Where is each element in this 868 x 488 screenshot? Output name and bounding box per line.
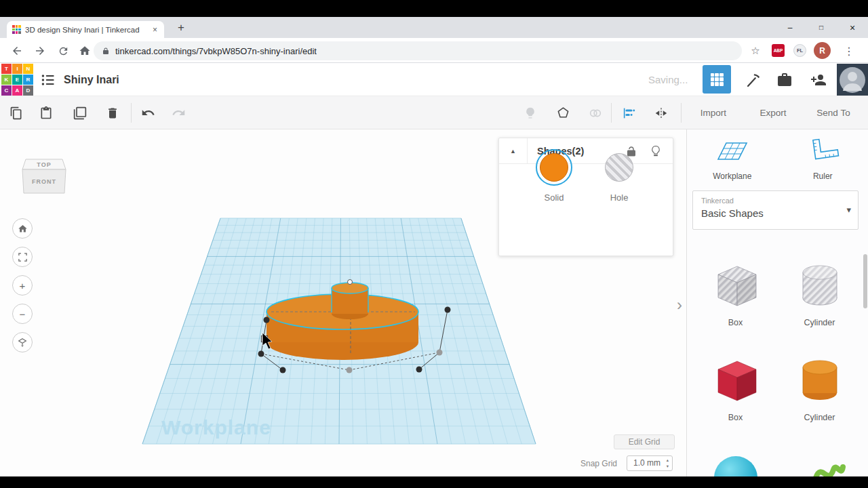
workplane-tool[interactable]: Workplane (687, 138, 778, 181)
window-close-button[interactable]: × (837, 17, 868, 38)
shape-item-cylinder-striped[interactable]: Cylinder (778, 241, 862, 336)
tinkercad-logo[interactable]: T I N K E R C A D (1, 64, 33, 96)
lock-icon (102, 47, 110, 55)
design-title: Shiny Inari (64, 63, 119, 96)
shape-item-cylinder-orange[interactable]: Cylinder (778, 336, 862, 430)
shape-gallery: Box Cylinder (687, 241, 868, 476)
striped-box-icon (710, 261, 762, 310)
tinkercad-favicon-icon (12, 25, 21, 34)
red-box-icon (710, 356, 762, 405)
blocks-pickaxe-icon[interactable] (743, 70, 764, 89)
snap-grid-value: 1.0 mm (633, 458, 660, 468)
import-button[interactable]: Import (689, 102, 738, 123)
workplane-tool-label: Workplane (687, 171, 778, 181)
home-button[interactable] (76, 42, 94, 60)
browser-window: 3D design Shiny Inari | Tinkercad × + – … (0, 17, 868, 476)
workplane-tool-icon (715, 138, 750, 165)
hole-label: Hole (592, 192, 646, 203)
shapes-sidebar: Workplane Ruler Tinkercad Basic Shapes ▾ (686, 129, 868, 476)
view-cube-top-label: TOP (37, 161, 51, 168)
briefcase-icon[interactable] (774, 70, 795, 89)
share-person-add-icon[interactable] (808, 70, 829, 89)
orange-cylinder-icon (794, 356, 846, 405)
shape-item-scribble-green[interactable] (778, 430, 862, 476)
hide-bulb-icon[interactable] (650, 145, 662, 160)
forward-button[interactable] (31, 42, 49, 60)
saving-status: Saving... (648, 63, 688, 96)
view-cube-front-label: FRONT (32, 178, 56, 185)
tinkercad-header: T I N K E R C A D Shiny Inari Saving... (0, 63, 868, 96)
mirror-flip-icon[interactable] (650, 102, 673, 124)
browser-menu-kebab-icon[interactable]: ⋮ (841, 42, 857, 60)
hole-swatch[interactable] (605, 153, 633, 182)
sidebar-scrollbar-thumb[interactable] (863, 254, 867, 308)
ruler-tool-icon (805, 138, 840, 165)
browser-tab[interactable]: 3D design Shiny Inari | Tinkercad × (7, 21, 164, 38)
shape-item-box-striped[interactable]: Box (694, 241, 778, 336)
align-icon[interactable] (617, 102, 640, 124)
home-view-button[interactable] (12, 218, 33, 239)
shape-item-sphere-teal[interactable] (694, 430, 778, 476)
shape-item-box-red[interactable]: Box (694, 336, 778, 430)
solid-option[interactable]: Solid (527, 149, 581, 203)
teal-sphere-icon (710, 451, 762, 476)
striped-cylinder-icon (794, 261, 846, 310)
shape-category-dropdown[interactable]: Tinkercad Basic Shapes ▾ (692, 190, 859, 230)
tab-close-icon[interactable]: × (151, 25, 159, 35)
fit-view-button[interactable] (12, 247, 33, 267)
paste-icon[interactable] (35, 102, 58, 124)
minimize-button[interactable]: – (774, 17, 806, 38)
adblock-extension-icon[interactable]: ABP (772, 44, 785, 57)
switch-workplane-button[interactable] (12, 332, 33, 352)
edit-grid-button[interactable]: Edit Grid (614, 434, 675, 449)
browser-profile-avatar[interactable]: R (814, 42, 831, 59)
send-to-button[interactable]: Send To (805, 102, 862, 123)
browser-address-bar: tinkercad.com/things/7vbkpW85O7n-shiny-i… (0, 38, 868, 63)
design-menu-icon[interactable] (39, 71, 57, 89)
collapse-panel-icon[interactable]: ▲ (499, 138, 528, 164)
back-button[interactable] (8, 42, 26, 60)
solid-label: Solid (527, 192, 581, 203)
shapes-panel-header: ▲ Shapes(2) (499, 138, 673, 164)
duplicate-icon[interactable] (68, 102, 92, 124)
sidebar-tools-row: Workplane Ruler (687, 129, 868, 181)
solid-swatch[interactable] (540, 153, 568, 182)
undo-icon[interactable] (136, 102, 159, 124)
redo-icon[interactable] (167, 102, 190, 124)
zoom-out-button[interactable]: − (12, 304, 33, 324)
green-scribble-icon (794, 451, 846, 476)
dropdown-brand: Tinkercad (701, 197, 850, 205)
ungroup-icon[interactable] (584, 102, 607, 124)
snap-grid-label: Snap Grid (580, 459, 617, 468)
ruler-tool[interactable]: Ruler (778, 138, 868, 181)
extension-icon[interactable]: FL (793, 44, 806, 57)
reload-button[interactable] (54, 42, 72, 60)
chevron-down-icon: ▾ (846, 205, 851, 215)
export-button[interactable]: Export (751, 102, 795, 123)
user-avatar[interactable] (837, 64, 868, 96)
main-area: Workplane (0, 129, 868, 476)
shapes-inspector-panel: ▲ Shapes(2) Solid Hole (498, 138, 673, 256)
bookmark-star-icon[interactable]: ☆ (747, 42, 764, 60)
view-cube[interactable]: TOP FRONT (18, 146, 85, 200)
group-icon[interactable] (551, 102, 574, 124)
workplane-watermark: Workplane (161, 416, 271, 439)
zoom-in-button[interactable]: + (12, 275, 33, 296)
snap-grid-dropdown[interactable]: 1.0 mm ▴▾ (627, 455, 673, 471)
new-tab-button[interactable]: + (172, 20, 190, 36)
letterboxed-desktop: 3D design Shiny Inari | Tinkercad × + – … (0, 0, 868, 488)
hole-option[interactable]: Hole (592, 149, 646, 203)
url-text: tinkercad.com/things/7vbkpW85O7n-shiny-i… (115, 46, 317, 56)
url-field[interactable]: tinkercad.com/things/7vbkpW85O7n-shiny-i… (94, 41, 742, 60)
window-controls: – □ × (774, 17, 868, 38)
sidebar-collapse-chevron[interactable]: › (673, 293, 686, 318)
copy-icon[interactable] (5, 102, 28, 124)
dashboard-grid-button[interactable] (703, 65, 731, 94)
snap-grid-spinner-icon[interactable]: ▴▾ (667, 457, 669, 469)
maximize-button[interactable]: □ (806, 17, 837, 38)
dropdown-category: Basic Shapes (701, 207, 850, 219)
ruler-tool-label: Ruler (778, 171, 868, 181)
edit-toolbar: Import Export Send To (0, 96, 868, 129)
delete-trash-icon[interactable] (101, 102, 124, 124)
show-all-bulb-icon[interactable] (519, 102, 542, 124)
